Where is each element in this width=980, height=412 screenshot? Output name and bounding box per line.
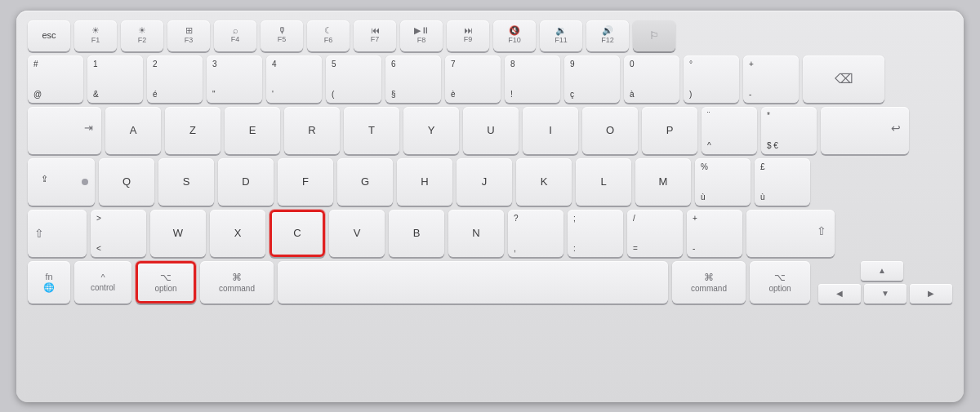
key-8[interactable]: 8 ! bbox=[505, 55, 560, 103]
key-esc[interactable]: esc bbox=[28, 20, 70, 51]
key-f11[interactable]: 🔉 F11 bbox=[540, 20, 582, 51]
key-dollar[interactable]: * $ € bbox=[761, 107, 817, 154]
key-d[interactable]: D bbox=[218, 158, 274, 206]
arrow-up-row: ▲ bbox=[818, 261, 952, 281]
key-j[interactable]: J bbox=[457, 158, 512, 206]
key-f7[interactable]: ⏮ F7 bbox=[354, 20, 396, 51]
key-e[interactable]: E bbox=[225, 107, 280, 154]
key-i[interactable]: I bbox=[523, 107, 578, 154]
key-l[interactable]: L bbox=[576, 158, 631, 206]
key-f[interactable]: F bbox=[278, 158, 333, 206]
key-arrow-down[interactable]: ▼ bbox=[864, 284, 906, 303]
key-f3[interactable]: ⊞ F3 bbox=[167, 20, 210, 51]
key-5[interactable]: 5 ( bbox=[326, 55, 381, 103]
key-h[interactable]: H bbox=[397, 158, 452, 206]
key-arrow-left[interactable]: ◀ bbox=[818, 284, 861, 303]
key-s[interactable]: S bbox=[158, 158, 214, 206]
key-4[interactable]: 4 ' bbox=[266, 55, 322, 103]
key-f1[interactable]: ☀ F1 bbox=[74, 20, 117, 51]
num-row: # @ 1 & 2 é 3 " 4 ' bbox=[28, 55, 952, 103]
key-f4[interactable]: ⌕ F4 bbox=[214, 20, 256, 51]
key-space[interactable] bbox=[278, 261, 668, 303]
key-u[interactable]: U bbox=[463, 107, 519, 154]
bottom-alpha-row: ⇧ > < W X C V B N ? , ; : / bbox=[28, 210, 952, 257]
key-right-shift[interactable]: ⇧ bbox=[746, 210, 835, 257]
key-c[interactable]: C bbox=[270, 210, 325, 257]
key-t[interactable]: T bbox=[344, 107, 399, 154]
key-n[interactable]: N bbox=[448, 210, 504, 257]
key-enter[interactable]: ↩ bbox=[821, 107, 909, 154]
key-left-shift[interactable]: ⇧ bbox=[28, 210, 87, 257]
key-r[interactable]: R bbox=[284, 107, 340, 154]
key-fn[interactable]: fn 🌐 bbox=[28, 261, 70, 303]
key-arrow-up[interactable]: ▲ bbox=[861, 261, 903, 281]
key-0[interactable]: 0 à bbox=[624, 55, 679, 103]
key-f10[interactable]: 🔇 F10 bbox=[493, 20, 536, 51]
arrow-lr-row: ◀ ▼ ▶ bbox=[818, 284, 952, 303]
key-6[interactable]: 6 § bbox=[385, 55, 441, 103]
key-3[interactable]: 3 " bbox=[207, 55, 262, 103]
key-o[interactable]: O bbox=[582, 107, 638, 154]
key-excl[interactable]: + - bbox=[687, 210, 742, 257]
key-control[interactable]: ^ control bbox=[74, 261, 131, 303]
key-equals[interactable]: + - bbox=[743, 55, 799, 103]
key-backspace[interactable]: ⌫ bbox=[803, 55, 884, 103]
key-option-right[interactable]: ⌥ option bbox=[750, 261, 810, 303]
key-colon[interactable]: / = bbox=[627, 210, 683, 257]
key-pound[interactable]: £ ù bbox=[755, 158, 810, 206]
keyboard: esc ☀ F1 ☀ F2 ⊞ F3 ⌕ F4 bbox=[16, 11, 964, 402]
key-command-left[interactable]: ⌘ command bbox=[200, 261, 274, 303]
key-v[interactable]: V bbox=[329, 210, 385, 257]
key-caps-lock[interactable]: ⇪ bbox=[28, 158, 95, 206]
key-x[interactable]: X bbox=[210, 210, 265, 257]
key-command-right[interactable]: ⌘ command bbox=[672, 261, 746, 303]
key-at-hash[interactable]: # @ bbox=[28, 55, 83, 103]
key-circumflex[interactable]: ¨ ^ bbox=[702, 107, 757, 154]
key-tab[interactable]: ⇥ bbox=[28, 107, 101, 154]
key-angle-bracket[interactable]: > < bbox=[91, 210, 146, 257]
key-f8[interactable]: ▶︎⏸ F8 bbox=[400, 20, 443, 51]
key-1[interactable]: 1 & bbox=[87, 55, 143, 103]
key-g[interactable]: G bbox=[337, 158, 393, 206]
key-q[interactable]: Q bbox=[99, 158, 154, 206]
key-arrow-right[interactable]: ▶ bbox=[910, 284, 952, 303]
key-b[interactable]: B bbox=[389, 210, 444, 257]
key-f9[interactable]: ⏭ F9 bbox=[447, 20, 489, 51]
key-z[interactable]: Z bbox=[165, 107, 220, 154]
key-y[interactable]: Y bbox=[403, 107, 459, 154]
key-9[interactable]: 9 ç bbox=[564, 55, 620, 103]
key-w[interactable]: W bbox=[150, 210, 206, 257]
key-dash[interactable]: ° ) bbox=[684, 55, 739, 103]
key-a[interactable]: A bbox=[105, 107, 161, 154]
key-touchid[interactable]: ⚐ bbox=[633, 20, 675, 51]
home-row: ⇪ Q S D F G H J K L M % ù £ ù bbox=[28, 158, 952, 206]
modifier-row: fn 🌐 ^ control ⌥ option ⌘ command bbox=[28, 261, 952, 303]
key-7[interactable]: 7 è bbox=[445, 55, 501, 103]
key-semicolon[interactable]: ; : bbox=[568, 210, 623, 257]
caps-lock-indicator bbox=[82, 179, 88, 185]
key-f2[interactable]: ☀ F2 bbox=[121, 20, 163, 51]
fn-row: esc ☀ F1 ☀ F2 ⊞ F3 ⌕ F4 bbox=[28, 20, 952, 51]
key-f6[interactable]: ☾ F6 bbox=[307, 20, 350, 51]
arrow-key-group: ▲ ◀ ▼ ▶ bbox=[818, 261, 952, 303]
key-2[interactable]: 2 é bbox=[147, 55, 203, 103]
key-k[interactable]: K bbox=[516, 158, 572, 206]
key-p[interactable]: P bbox=[642, 107, 697, 154]
key-percent[interactable]: % ù bbox=[695, 158, 751, 206]
key-comma[interactable]: ? , bbox=[508, 210, 564, 257]
key-f12[interactable]: 🔊 F12 bbox=[586, 20, 629, 51]
azerty-row: ⇥ A Z E R T Y U I O P ¨ ^ * $ € ↩ bbox=[28, 107, 952, 154]
key-option-left[interactable]: ⌥ option bbox=[136, 261, 196, 303]
key-m[interactable]: M bbox=[635, 158, 691, 206]
key-f5[interactable]: 🎙 F5 bbox=[261, 20, 303, 51]
